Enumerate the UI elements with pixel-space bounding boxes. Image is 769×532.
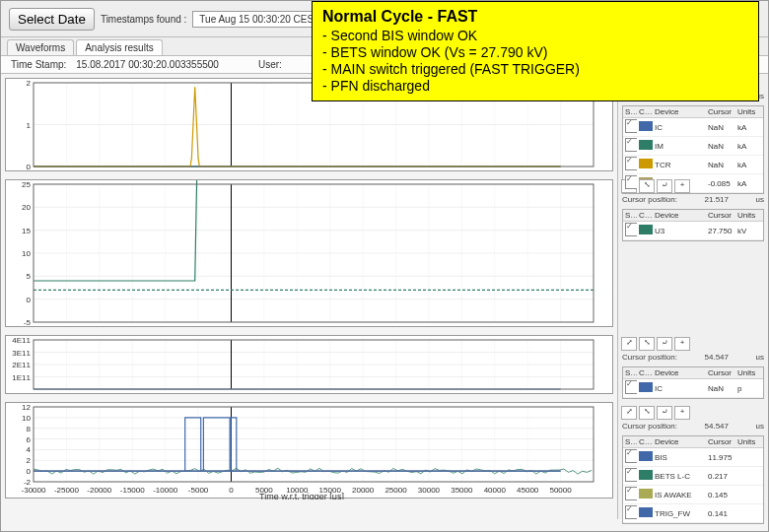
svg-text:0: 0 bbox=[27, 296, 32, 304]
legend-col-cursor: Cursor bbox=[706, 436, 735, 447]
legend-col-col.: Col. bbox=[637, 106, 653, 117]
chart-3[interactable]: 1E112E113E114E11 bbox=[5, 335, 613, 394]
legend-tool-button[interactable]: ⤡ bbox=[639, 179, 655, 193]
legend-col-col.: Col. bbox=[637, 367, 653, 378]
svg-text:-10000: -10000 bbox=[153, 486, 177, 495]
svg-text:6: 6 bbox=[27, 435, 32, 444]
legend-tool-button[interactable]: + bbox=[674, 179, 690, 193]
chart-4[interactable]: -2024681012-30000-25000-20000-15000-1000… bbox=[5, 402, 613, 499]
legend-col-sel: Sel bbox=[623, 367, 637, 378]
legend-checkbox[interactable] bbox=[625, 449, 637, 463]
legend-checkbox[interactable] bbox=[625, 119, 637, 133]
legend-tool-button[interactable]: ⤡ bbox=[639, 406, 655, 420]
legend-row[interactable]: TCRNaNkA bbox=[623, 156, 763, 174]
legend-checkbox[interactable] bbox=[625, 380, 637, 394]
legend-device: BETS L-C bbox=[653, 471, 706, 482]
legend-cursor: 11.975 bbox=[706, 452, 735, 463]
legend-panel: ⤢⤡⤾+Cursor position:54.547usSelCol.Devic… bbox=[617, 74, 768, 519]
legend-tool-button[interactable]: + bbox=[674, 406, 690, 420]
legend-checkbox[interactable] bbox=[625, 468, 637, 482]
svg-text:2: 2 bbox=[27, 79, 32, 88]
svg-text:0: 0 bbox=[229, 486, 234, 495]
legend-swatch bbox=[639, 140, 653, 150]
svg-text:50000: 50000 bbox=[549, 486, 572, 495]
svg-text:0: 0 bbox=[27, 467, 32, 476]
chart-2[interactable]: -50510152025 bbox=[5, 179, 613, 327]
legend-units bbox=[735, 456, 763, 458]
legend-col-sel: Sel bbox=[623, 210, 637, 221]
tab-analysis[interactable]: Analysis results bbox=[76, 39, 162, 55]
cursor-label: Cursor position: bbox=[622, 353, 677, 362]
legend-units: kA bbox=[735, 141, 763, 152]
legend-units: kV bbox=[735, 226, 763, 236]
legend-device: U3 bbox=[653, 226, 706, 236]
timestamp-label: Time Stamp: bbox=[11, 59, 66, 70]
tab-waveforms[interactable]: Waveforms bbox=[7, 39, 74, 55]
legend-row[interactable]: TRIG_FW0.141 bbox=[623, 504, 763, 523]
legend-units: p bbox=[735, 383, 763, 394]
legend-tool-button[interactable]: ⤡ bbox=[639, 337, 655, 351]
cursor-units: us bbox=[756, 422, 764, 431]
legend-tool-button[interactable]: ⤢ bbox=[621, 337, 637, 351]
legend-tool-button[interactable]: ⤾ bbox=[657, 179, 672, 193]
note-item: PFN discharged bbox=[322, 78, 748, 94]
legend-tool-button[interactable]: + bbox=[674, 337, 690, 351]
legend-col-device: Device bbox=[653, 436, 706, 447]
legend-col-sel: Sel bbox=[623, 436, 637, 447]
svg-text:12: 12 bbox=[22, 403, 31, 412]
select-date-button[interactable]: Select Date bbox=[9, 8, 95, 31]
legend-checkbox[interactable] bbox=[625, 175, 637, 189]
legend-row[interactable]: ICNaNp bbox=[623, 379, 763, 398]
legend-cursor: 0.145 bbox=[706, 490, 735, 500]
legend-tool-button[interactable]: ⤾ bbox=[657, 337, 672, 351]
legend-block-4: ⤢⤡⤾+Cursor position:54.547usSelCol.Devic… bbox=[618, 404, 768, 510]
legend-col-sel: Sel bbox=[623, 106, 637, 117]
svg-text:20000: 20000 bbox=[352, 486, 375, 495]
legend-col-device: Device bbox=[653, 367, 706, 378]
legend-tool-button[interactable]: ⤾ bbox=[657, 406, 672, 420]
legend-checkbox[interactable] bbox=[625, 487, 637, 500]
svg-text:3E11: 3E11 bbox=[12, 349, 31, 358]
legend-checkbox[interactable] bbox=[625, 505, 637, 519]
legend-units bbox=[735, 512, 763, 514]
legend-units: kA bbox=[735, 122, 763, 133]
legend-row[interactable]: BETS L-C0.217 bbox=[623, 467, 763, 486]
note-item: BETS window OK (Vs = 27.790 kV) bbox=[322, 44, 748, 60]
svg-text:-20000: -20000 bbox=[87, 486, 111, 495]
legend-cursor: NaN bbox=[706, 122, 735, 133]
legend-row[interactable]: ICNaNkA bbox=[623, 118, 763, 137]
legend-device: IC bbox=[653, 122, 706, 133]
legend-swatch bbox=[639, 489, 653, 499]
legend-col-col.: Col. bbox=[637, 210, 653, 221]
svg-text:-5000: -5000 bbox=[188, 486, 209, 495]
legend-tool-button[interactable]: ⤢ bbox=[621, 406, 637, 420]
svg-text:-5: -5 bbox=[24, 318, 32, 327]
legend-col-units: Units bbox=[735, 367, 763, 378]
svg-text:5: 5 bbox=[27, 272, 32, 281]
legend-col-device: Device bbox=[653, 106, 706, 117]
cursor-value: 21.517 bbox=[705, 195, 729, 204]
svg-text:30000: 30000 bbox=[418, 486, 441, 495]
legend-block-2: ⤢⤡⤾+Cursor position:21.517usSelCol.Devic… bbox=[618, 177, 768, 335]
svg-text:-15000: -15000 bbox=[120, 486, 145, 495]
cursor-label: Cursor position: bbox=[622, 422, 677, 431]
legend-checkbox[interactable] bbox=[625, 157, 637, 170]
legend-col-cursor: Cursor bbox=[706, 367, 735, 378]
legend-row[interactable]: IS AWAKE0.145 bbox=[623, 486, 763, 504]
legend-cursor: 0.141 bbox=[706, 508, 735, 519]
legend-device: TRIG_FW bbox=[653, 508, 706, 519]
cursor-value: 54.547 bbox=[705, 353, 729, 362]
cursor-units: us bbox=[756, 195, 764, 204]
svg-text:45000: 45000 bbox=[517, 486, 539, 495]
legend-checkbox[interactable] bbox=[625, 138, 637, 152]
legend-row[interactable]: BIS11.975 bbox=[623, 448, 763, 467]
svg-text:10: 10 bbox=[22, 249, 31, 258]
legend-units bbox=[735, 494, 763, 496]
svg-text:4E11: 4E11 bbox=[12, 336, 31, 345]
note-item: Second BIS window OK bbox=[322, 28, 748, 43]
legend-row[interactable]: U327.750kV bbox=[623, 222, 763, 240]
legend-row[interactable]: IMNaNkA bbox=[623, 137, 763, 156]
legend-checkbox[interactable] bbox=[625, 223, 637, 236]
legend-device: TCR bbox=[653, 160, 706, 170]
svg-text:1E11: 1E11 bbox=[12, 373, 31, 382]
